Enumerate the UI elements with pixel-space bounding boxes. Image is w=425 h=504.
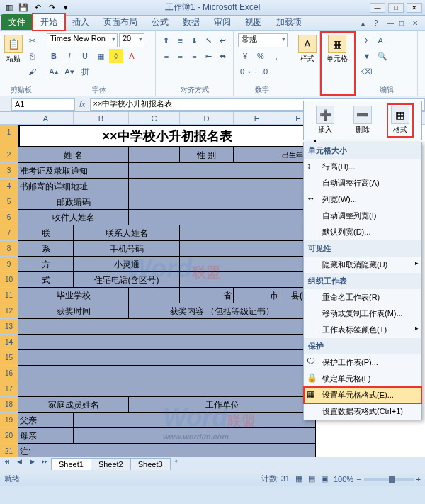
cell[interactable]: 手机号码 [74,241,180,257]
fx-icon[interactable]: fx [79,100,86,108]
cell[interactable] [74,428,316,444]
menu-hide[interactable]: 隐藏和取消隐藏(U)▸ [304,257,421,273]
cell[interactable] [74,413,316,428]
row-header[interactable]: 20 [0,428,18,444]
cell[interactable]: 小灵通 [74,257,180,272]
zoom-level[interactable]: 100% [334,475,353,483]
font-size-select[interactable]: 20 [119,33,144,47]
tab-layout[interactable]: 页面布局 [96,14,144,30]
currency-icon[interactable]: ¥ [238,49,252,63]
row-header[interactable]: 13 [0,319,18,335]
cell[interactable]: 姓 名 [18,147,129,163]
comma-icon[interactable]: , [269,49,283,63]
menu-rename[interactable]: 重命名工作表(R) [304,289,421,306]
indent-dec-icon[interactable]: ⇤ [202,49,215,63]
row-header[interactable]: 2 [0,147,18,163]
percent-icon[interactable]: % [254,49,268,63]
cell[interactable] [18,335,316,350]
orientation-icon[interactable]: ⤡ [202,33,215,47]
cell[interactable]: 性 别 [180,147,234,163]
new-sheet-icon[interactable]: ✧ [170,458,183,471]
mdi-min-icon[interactable]: — [387,19,397,29]
name-box[interactable]: A1 [11,98,75,111]
cell[interactable] [129,194,316,210]
help-icon[interactable]: ? [374,19,384,29]
find-icon[interactable]: 🔍 [375,49,390,63]
wrap-text-icon[interactable]: ↩ [216,33,229,47]
close-button[interactable]: ✕ [407,3,422,13]
row-header[interactable]: 10 [0,272,18,288]
cell[interactable] [234,147,280,163]
cell[interactable]: 方 [18,257,74,272]
row-header[interactable]: 15 [0,350,18,366]
border-button[interactable]: ▦ [94,49,108,63]
align-middle-icon[interactable]: ≡ [174,33,187,47]
zoom-out-icon[interactable]: − [356,475,361,483]
col-header-D[interactable]: D [180,112,234,124]
align-bottom-icon[interactable]: ⬇ [188,33,201,47]
sheet-tab-2[interactable]: Sheet2 [91,458,131,470]
row-header[interactable]: 9 [0,257,18,272]
row-header[interactable]: 7 [0,225,18,241]
row-header[interactable]: 12 [0,303,18,319]
tab-insert[interactable]: 插入 [65,14,96,30]
phonetic-icon[interactable]: 拼 [78,65,92,79]
zoom-slider[interactable] [364,478,414,481]
row-header[interactable]: 3 [0,163,18,179]
view-normal-icon[interactable]: ▦ [295,474,302,483]
merge-icon[interactable]: ⬌ [216,49,229,63]
mdi-close-icon[interactable]: ✕ [412,19,422,29]
qat-more-icon[interactable]: ▾ [60,1,72,14]
menu-default-width[interactable]: 默认列宽(D)... [304,224,421,240]
cell[interactable] [18,319,316,335]
minimize-button[interactable]: — [370,3,385,13]
cell[interactable]: 式 [18,272,74,288]
menu-table-format[interactable]: 设置数据表格式(Ctrl+1) [304,403,421,420]
undo-icon[interactable]: ↶ [31,1,44,14]
tab-home[interactable]: 开始 [33,13,65,30]
cell[interactable]: 获奖内容 （包括等级证书） [129,303,316,319]
cell[interactable]: 母亲 [18,428,74,444]
cell[interactable]: 毕业学校 [18,288,129,303]
col-header-E[interactable]: E [234,112,280,124]
menu-protect[interactable]: 🛡保护工作表(P)... [304,354,421,371]
sort-icon[interactable]: A↓ [375,33,390,47]
save-icon[interactable]: 💾 [17,1,30,14]
cell[interactable] [180,225,316,241]
restore-button[interactable]: □ [388,3,404,13]
cell[interactable]: 联 [18,225,74,241]
cell[interactable]: 省 [180,288,234,303]
cell[interactable]: 准考证及录取通知 [18,163,129,179]
cells-button[interactable]: ▦ 单元格 [324,33,350,62]
menu-autofit-row[interactable]: 自动调整行高(A) [304,175,421,191]
cell[interactable]: 系 [18,241,74,257]
select-all-corner[interactable] [0,112,18,124]
sheet-tab-3[interactable]: Sheet3 [130,458,171,470]
cell[interactable]: 工作单位 [129,397,316,413]
tab-data[interactable]: 数据 [176,14,207,30]
copy-icon[interactable]: ⎘ [25,49,39,63]
cell[interactable] [18,366,316,381]
cell[interactable] [129,288,180,303]
cell[interactable] [180,257,316,272]
increase-font-icon[interactable]: A▴ [47,65,61,79]
font-name-select[interactable]: Times New Ron [47,33,118,47]
decrease-font-icon[interactable]: A▾ [62,65,76,79]
redo-icon[interactable]: ↷ [45,1,58,14]
cell[interactable]: 获奖时间 [18,303,129,319]
align-top-icon[interactable]: ⬆ [160,33,173,47]
popup-delete-button[interactable]: ➖删除 [350,104,375,137]
cell[interactable] [180,241,316,257]
row-header[interactable]: 17 [0,381,18,397]
cell[interactable]: 父亲 [18,413,74,428]
row-header[interactable]: 21 [0,444,18,457]
cell[interactable] [180,272,316,288]
tab-addin[interactable]: 加载项 [269,14,309,30]
cell[interactable]: 市 [234,288,280,303]
row-header[interactable]: 11 [0,288,18,303]
cell[interactable]: 家庭成员姓名 [18,397,129,413]
row-header[interactable]: 1 [0,125,18,147]
menu-tab-color[interactable]: 工作表标签颜色(T)▸ [304,322,421,338]
fill-icon[interactable]: ▼ [360,49,374,63]
sheet-nav-first[interactable]: ⏮ [0,458,13,471]
